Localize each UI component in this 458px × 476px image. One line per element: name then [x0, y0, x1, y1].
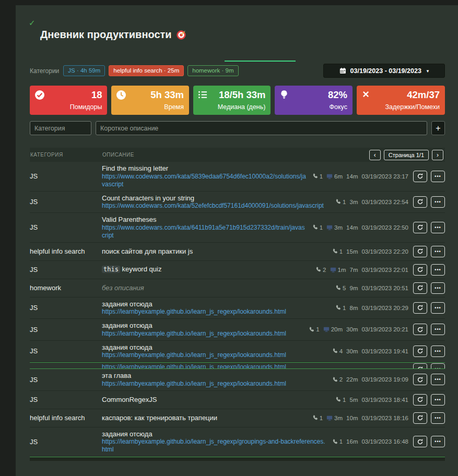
- screen-meta: 6m: [326, 173, 343, 180]
- description-input[interactable]: [96, 121, 427, 135]
- entry-link[interactable]: https://learnbyexample.github.io/learn_j…: [102, 363, 400, 369]
- category-tag-homework[interactable]: homework · 9m: [187, 65, 238, 77]
- category-tag-js[interactable]: JS · 4h 59m: [63, 65, 105, 77]
- row-description: эта глава https://learnbyexample.github.…: [102, 372, 332, 388]
- calls-meta: 1: [335, 305, 346, 311]
- stat-value: 82%: [328, 90, 347, 100]
- row-meta: 1 20m 30m 03/19/2023 20:21: [309, 326, 408, 332]
- list-icon: [198, 90, 208, 100]
- date-range-value: 03/19/2023 - 03/19/2023: [350, 67, 421, 75]
- row-actions: •••: [413, 264, 445, 276]
- chevron-down-icon: ▾: [427, 68, 429, 74]
- repeat-entry-button[interactable]: [413, 302, 427, 314]
- entry-link[interactable]: https://learnbyexample.github.io/learn_j…: [102, 351, 327, 359]
- calls-count: 1: [343, 305, 346, 311]
- repeat-entry-button[interactable]: [413, 412, 427, 424]
- entry-datetime: 03/19/2023 18:41: [361, 397, 408, 403]
- category-tag-helpful-info-search[interactable]: helpful info search · 25m: [109, 65, 184, 77]
- repeat-entry-button[interactable]: [413, 324, 427, 335]
- row-actions: •••: [413, 246, 445, 257]
- entry-link[interactable]: https://www.codewars.com/kata/52efefcbcd…: [102, 202, 330, 210]
- more-options-button[interactable]: •••: [431, 264, 445, 276]
- entry-link[interactable]: https://www.codewars.com/kata/5839edaa67…: [102, 173, 307, 188]
- more-options-button[interactable]: •••: [431, 324, 445, 335]
- row-category: JS: [30, 172, 102, 180]
- more-options-button[interactable]: •••: [431, 363, 445, 369]
- stats-row: 18Помидоры5h 33mВремя18/5h 33mМедиана (д…: [30, 86, 445, 115]
- row-description: каспаров: как тренировать трапеции: [102, 414, 312, 422]
- repeat-entry-button[interactable]: [413, 246, 427, 257]
- duration: 7m: [349, 267, 358, 273]
- page-title-text: Дневник продуктивности: [40, 29, 172, 41]
- screen-meta: 1m: [330, 267, 346, 273]
- duration: 14m: [346, 224, 358, 231]
- duration: 10m: [346, 415, 358, 421]
- row-description: Find the missing letter https://www.code…: [102, 164, 312, 188]
- table-row: JS Count characters in your string https…: [30, 192, 445, 213]
- calls-count: 1: [339, 438, 343, 445]
- repeat-entry-button[interactable]: [413, 171, 427, 182]
- repeat-entry-button[interactable]: [413, 363, 427, 369]
- entry-link[interactable]: https://learnbyexample.github.io/learn_j…: [102, 438, 327, 454]
- entry-link[interactable]: https://www.codewars.com/kata/6411b91a5e…: [102, 224, 307, 240]
- row-description: Valid Parentheses https://www.codewars.c…: [102, 216, 312, 240]
- entry-datetime: 03/19/2023 19:41: [361, 348, 408, 354]
- calls-count: 1: [320, 224, 323, 231]
- stat-card-median: 18/5h 33mМедиана (день): [193, 86, 271, 115]
- repeat-entry-button[interactable]: [413, 222, 427, 233]
- more-options-button[interactable]: •••: [431, 196, 445, 208]
- duration: 22m: [346, 376, 358, 383]
- more-options-button[interactable]: •••: [431, 374, 445, 385]
- repeat-entry-button[interactable]: [413, 436, 427, 447]
- date-range-picker[interactable]: 03/19/2023 - 03/19/2023 ▾: [323, 64, 445, 78]
- entries-table: КАТЕГОРИЯ ОПИСАНИЕ ‹ Страница 1/1 › JS F…: [30, 148, 445, 461]
- entry-link[interactable]: https://learnbyexample.github.io/learn_j…: [102, 308, 330, 316]
- monitor-icon: [326, 415, 333, 421]
- more-options-button[interactable]: •••: [431, 436, 445, 447]
- row-actions: •••: [413, 222, 445, 233]
- add-entry-button[interactable]: +: [431, 121, 445, 135]
- repeat-entry-button[interactable]: [413, 346, 427, 357]
- repeat-entry-button[interactable]: [413, 264, 427, 276]
- repeat-entry-button[interactable]: [413, 282, 427, 294]
- refresh-icon: [417, 366, 424, 370]
- table-row: JS Valid Parentheses https://www.codewar…: [30, 213, 445, 243]
- category-input[interactable]: [30, 121, 91, 135]
- refresh-icon: [417, 173, 424, 180]
- more-options-button[interactable]: •••: [431, 412, 445, 424]
- more-options-button[interactable]: •••: [431, 394, 445, 406]
- row-category: JS: [30, 304, 102, 312]
- pagination: ‹ Страница 1/1 ›: [369, 150, 443, 160]
- more-options-button[interactable]: •••: [431, 222, 445, 233]
- screen-time: 6m: [334, 173, 343, 180]
- entry-datetime: 03/19/2023 23:17: [361, 173, 408, 180]
- prev-page-button[interactable]: ‹: [369, 150, 381, 160]
- row-description: задания отсюда https://learnbyexample.gi…: [102, 300, 335, 316]
- screen-time: 1m: [338, 267, 346, 273]
- entry-title: Count characters in your string: [102, 194, 330, 203]
- row-actions: •••: [413, 363, 445, 369]
- categories-label: Категории: [30, 67, 59, 75]
- phone-icon: [332, 377, 338, 383]
- more-options-button[interactable]: •••: [431, 282, 445, 294]
- more-options-button[interactable]: •••: [431, 171, 445, 182]
- row-meta: 1 3m 10m 03/19/2023 18:16: [312, 415, 408, 421]
- entry-link[interactable]: https://learnbyexample.github.io/learn_j…: [102, 380, 327, 388]
- calls-count: 1: [316, 326, 319, 332]
- more-options-button[interactable]: •••: [431, 346, 445, 357]
- calls-meta: 1: [335, 397, 346, 403]
- row-actions: •••: [413, 171, 445, 182]
- row-actions: •••: [413, 324, 445, 335]
- stat-value: 5h 33m: [150, 90, 184, 100]
- more-options-button[interactable]: •••: [431, 302, 445, 314]
- calls-count: 2: [323, 267, 326, 273]
- entry-title: this keyword quiz: [102, 265, 310, 274]
- repeat-entry-button[interactable]: [413, 196, 427, 208]
- table-header: КАТЕГОРИЯ ОПИСАНИЕ ‹ Страница 1/1 ›: [30, 148, 445, 162]
- repeat-entry-button[interactable]: [413, 394, 427, 406]
- repeat-entry-button[interactable]: [413, 374, 427, 385]
- next-page-button[interactable]: ›: [432, 150, 443, 160]
- row-description: задания отсюда https://learnbyexample.gi…: [102, 343, 332, 360]
- more-options-button[interactable]: •••: [431, 246, 445, 257]
- entry-link[interactable]: https://learnbyexample.github.io/learn_j…: [102, 330, 303, 338]
